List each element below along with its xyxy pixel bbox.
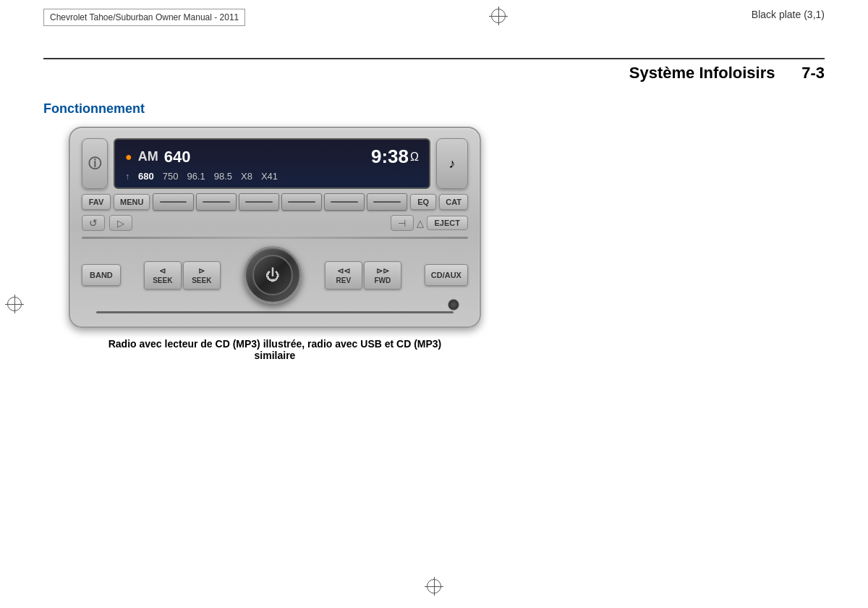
seek-left-label: SEEK <box>153 276 172 284</box>
preset-btn-6[interactable] <box>367 193 407 211</box>
radio-container: ⓘ ● AM 640 9:38 Ω <box>43 127 506 361</box>
cd-aux-button[interactable]: CD/AUX <box>425 264 468 286</box>
eq-button[interactable]: EQ <box>410 194 436 210</box>
seek-right-button[interactable]: ⊳ SEEK <box>183 261 221 290</box>
preset-2: 750 <box>163 171 179 182</box>
fwd-label: FWD <box>374 276 391 284</box>
bottom-crosshair <box>427 579 441 594</box>
display-am-freq: ● AM 640 <box>125 148 190 166</box>
band-button[interactable]: BAND <box>82 264 121 286</box>
radio-unit: ⓘ ● AM 640 9:38 Ω <box>69 127 481 328</box>
info-button[interactable]: ⓘ <box>82 138 108 189</box>
display-time-suffix: Ω <box>410 151 419 164</box>
section-name: Système Infoloisirs <box>629 64 775 82</box>
preset-btn-2[interactable] <box>196 193 237 211</box>
eject-triangle-icon: △ <box>417 218 424 229</box>
eject-button[interactable]: EJECT <box>427 216 468 230</box>
page-number: 7-3 <box>801 64 825 82</box>
display-top-line: ● AM 640 9:38 Ω <box>125 145 419 168</box>
skip-end-button[interactable]: ⊣ <box>391 215 414 231</box>
eject-area: ⊣ △ EJECT <box>391 215 468 231</box>
seek-right-label: SEEK <box>192 276 211 284</box>
power-button[interactable]: ⏻ <box>252 255 293 295</box>
fwd-arrow: ⊳⊳ <box>376 266 389 276</box>
preset-1: 680 <box>138 171 154 182</box>
rev-fwd-group: ⊲⊲ REV ⊳⊳ FWD <box>325 261 401 290</box>
clock-button[interactable]: ↺ <box>82 215 105 231</box>
fav-button[interactable]: FAV <box>82 194 111 210</box>
cd-slot <box>96 311 454 313</box>
cat-button[interactable]: CAT <box>439 194 468 210</box>
radio-display: ● AM 640 9:38 Ω ↑ 680 750 96.1 <box>114 138 430 189</box>
secondary-btn-row: ↺ ▷ ⊣ △ EJECT <box>82 214 468 232</box>
seek-left-button[interactable]: ⊲ SEEK <box>144 261 182 290</box>
page-title: Système Infoloisirs 7-3 <box>43 64 825 83</box>
display-time-area: 9:38 Ω <box>371 145 419 168</box>
display-time: 9:38 <box>371 145 409 168</box>
preset-btn-5[interactable] <box>324 193 365 211</box>
play-icon: ▷ <box>117 218 124 229</box>
volume-knob-container: ⏻ <box>244 246 302 304</box>
cd-dot-indicator <box>448 299 459 311</box>
bottom-crosshair-icon <box>427 579 441 594</box>
caption-line-1: Radio avec lecteur de CD (MP3) illustrée… <box>109 338 442 350</box>
preset-up-arrow: ↑ <box>125 172 129 182</box>
rev-button[interactable]: ⊲⊲ REV <box>325 261 362 290</box>
preset-btn-4[interactable] <box>281 193 322 211</box>
menu-button[interactable]: MENU <box>114 194 150 210</box>
preset-buttons-group <box>153 193 407 211</box>
fav-menu-row: FAV MENU EQ CAT <box>82 193 468 211</box>
skip-end-icon: ⊣ <box>398 218 406 229</box>
display-dot: ● <box>125 151 132 164</box>
display-presets: ↑ 680 750 96.1 98.5 X8 X41 <box>125 169 419 182</box>
info-icon: ⓘ <box>88 155 101 172</box>
fwd-button[interactable]: ⊳⊳ FWD <box>364 261 401 290</box>
volume-knob[interactable]: ⏻ <box>244 246 302 304</box>
section-heading: Fonctionnement <box>43 101 145 117</box>
music-icon: ♪ <box>449 156 456 172</box>
clock-icon: ↺ <box>89 217 98 229</box>
rev-arrow: ⊲⊲ <box>337 266 350 276</box>
seek-left-arrow: ⊲ <box>159 266 166 276</box>
preset-4: 98.5 <box>214 171 232 182</box>
radio-top-row: ⓘ ● AM 640 9:38 Ω <box>82 138 468 189</box>
preset-5: X8 <box>241 171 252 182</box>
title-divider <box>43 58 825 59</box>
radio-caption: Radio avec lecteur de CD (MP3) illustrée… <box>109 338 442 361</box>
music-button[interactable]: ♪ <box>436 138 468 189</box>
preset-btn-3[interactable] <box>239 193 279 211</box>
caption-line-2: similaire <box>109 350 442 361</box>
page-title-area: Système Infoloisirs 7-3 <box>43 58 825 83</box>
rev-label: REV <box>336 276 352 284</box>
preset-btn-1[interactable] <box>153 193 193 211</box>
play-button[interactable]: ▷ <box>109 215 132 231</box>
display-frequency: 640 <box>164 148 191 166</box>
preset-6: X41 <box>261 171 278 182</box>
radio-bottom-row: BAND ⊲ SEEK ⊳ SEEK <box>82 243 468 308</box>
seek-right-arrow: ⊳ <box>198 266 205 276</box>
main-content: Système Infoloisirs 7-3 Fonctionnement ⓘ… <box>0 0 868 608</box>
preset-3: 96.1 <box>187 171 205 182</box>
display-mode: AM <box>138 149 158 164</box>
seek-group: ⊲ SEEK ⊳ SEEK <box>144 261 221 290</box>
power-icon: ⏻ <box>265 267 280 284</box>
radio-divider <box>82 237 468 239</box>
